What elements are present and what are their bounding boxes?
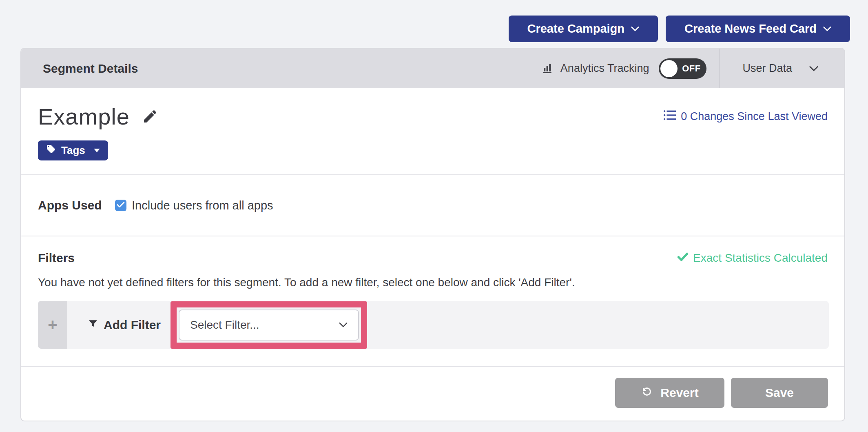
changes-link-label: 0 Changes Since Last Viewed <box>681 110 828 123</box>
save-label: Save <box>765 386 794 400</box>
create-news-feed-card-label: Create News Feed Card <box>684 22 817 36</box>
select-filter-highlight: Select Filter... <box>170 301 367 349</box>
analytics-tracking-label: Analytics Tracking <box>560 62 649 75</box>
toggle-knob <box>660 60 678 77</box>
chevron-down-icon <box>809 66 818 71</box>
select-filter-placeholder: Select Filter... <box>190 318 259 332</box>
include-all-apps-label: Include users from all apps <box>132 199 273 212</box>
bar-chart-icon <box>542 62 554 76</box>
segment-name: Example <box>38 105 130 128</box>
tags-button[interactable]: Tags <box>38 140 108 160</box>
title-section: Example 0 Changes <box>21 88 844 174</box>
check-icon <box>677 252 689 265</box>
user-data-dropdown[interactable]: User Data <box>720 62 844 75</box>
chevron-down-icon <box>339 322 348 327</box>
card-header: Segment Details Analytics Tracking OFF U… <box>21 49 844 88</box>
filters-section: Filters Exact Statistics Calculated You … <box>21 236 844 366</box>
save-button[interactable]: Save <box>731 378 828 408</box>
page-title: Segment Details <box>21 62 138 76</box>
chevron-down-icon <box>631 26 639 31</box>
create-campaign-label: Create Campaign <box>527 22 625 36</box>
apps-used-label: Apps Used <box>38 198 115 212</box>
plus-icon: + <box>48 316 57 334</box>
changes-since-last-viewed-link[interactable]: 0 Changes Since Last Viewed <box>664 110 828 123</box>
add-filter-row: + Add Filter Select Filter... <box>38 301 829 349</box>
filters-title: Filters <box>38 251 75 265</box>
list-icon <box>664 110 676 123</box>
tag-icon <box>46 144 56 157</box>
select-filter-dropdown[interactable]: Select Filter... <box>179 310 359 341</box>
revert-icon <box>641 385 653 401</box>
pencil-icon <box>142 108 158 126</box>
top-action-bar: Create Campaign Create News Feed Card <box>509 16 850 42</box>
create-news-feed-card-button[interactable]: Create News Feed Card <box>666 16 850 42</box>
apps-used-section: Apps Used Include users from all apps <box>21 174 844 236</box>
segment-details-card: Segment Details Analytics Tracking OFF U… <box>20 48 845 421</box>
analytics-tracking-group: Analytics Tracking OFF <box>542 58 719 79</box>
segment-details-page: { "topbar": { "create_campaign_label": "… <box>0 0 868 432</box>
toggle-state-label: OFF <box>678 63 706 74</box>
footer-actions: Revert Save <box>21 366 844 408</box>
add-filter-label-group: Add Filter <box>88 318 161 332</box>
filters-empty-text: You have not yet defined filters for thi… <box>38 276 828 289</box>
tags-label: Tags <box>61 144 85 157</box>
add-filter-label: Add Filter <box>104 318 161 332</box>
add-filter-plus-button[interactable]: + <box>38 301 67 349</box>
check-icon <box>117 201 125 209</box>
exact-statistics-label: Exact Statistics Calculated <box>693 252 828 265</box>
analytics-tracking-toggle[interactable]: OFF <box>659 58 706 79</box>
exact-statistics-status: Exact Statistics Calculated <box>677 252 828 265</box>
include-all-apps-checkbox[interactable] <box>115 200 126 211</box>
create-campaign-button[interactable]: Create Campaign <box>509 16 658 42</box>
revert-label: Revert <box>660 386 698 400</box>
revert-button[interactable]: Revert <box>615 378 724 408</box>
edit-name-button[interactable] <box>142 108 158 126</box>
chevron-down-icon <box>823 26 831 31</box>
caret-down-icon <box>94 149 100 152</box>
funnel-icon <box>88 318 98 332</box>
user-data-label: User Data <box>742 62 792 75</box>
